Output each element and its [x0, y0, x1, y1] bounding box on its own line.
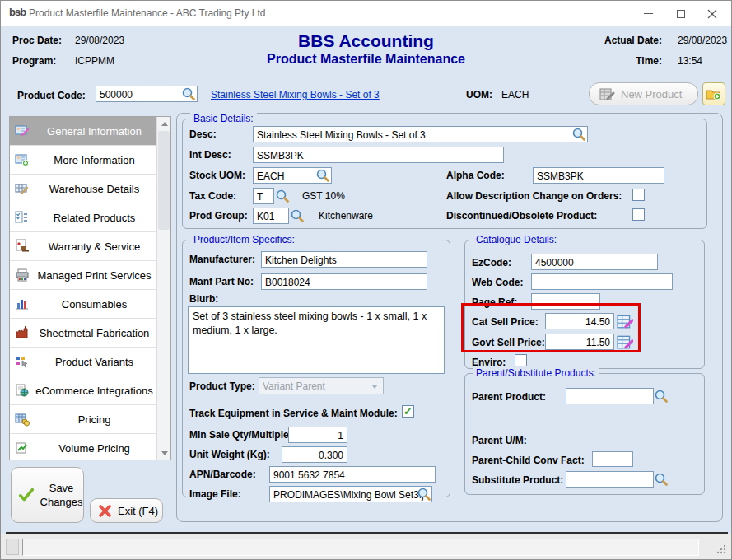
sidebar-item-managed-print-services[interactable]: Managed Print Services — [10, 261, 157, 290]
minimize-icon — [644, 13, 653, 14]
discontinued-label: Discontinued/Obsolete Product: — [446, 210, 597, 222]
min-sale-input[interactable]: 1 — [288, 427, 347, 443]
app-window: bsb Product Masterfile Maintenance - ABC… — [0, 0, 732, 560]
cat-sell-edit-icon[interactable] — [617, 313, 633, 329]
manufacturer-label: Manufacturer: — [189, 254, 255, 265]
enviro-checkbox[interactable] — [515, 354, 527, 366]
unit-weight-input[interactable]: 0.300 — [282, 446, 347, 463]
open-folder-button[interactable] — [702, 82, 725, 105]
product-description-link[interactable]: Stainless Steel Mixing Bowls - Set of 3 — [211, 89, 380, 100]
managed-print-icon — [10, 268, 35, 282]
chevron-up-icon — [161, 122, 168, 126]
sidebar-item-label: eCommerce Integrations — [35, 385, 154, 397]
sidebar-item-pricing[interactable]: Pricing — [10, 405, 157, 434]
sidebar-item-volume-pricing[interactable]: Volume Pricing — [10, 434, 157, 460]
cat-sell-price-input[interactable]: 14.50 — [545, 313, 614, 329]
sidebar-scrollbar[interactable] — [156, 117, 170, 460]
warehouse-details-icon — [10, 181, 35, 196]
manf-part-input[interactable]: B0018024 — [261, 273, 427, 290]
parent-um-label: Parent U/M: — [472, 435, 527, 446]
govt-sell-edit-icon[interactable] — [617, 334, 633, 350]
maximize-button[interactable] — [669, 1, 693, 26]
desc-input[interactable]: Stainless Steel Mixing Bowls - Set of 3 — [253, 126, 588, 142]
scroll-up-button[interactable] — [157, 117, 171, 130]
exit-button[interactable]: Exit (F4) — [90, 498, 163, 523]
product-code-search-icon[interactable] — [181, 86, 196, 101]
track-equipment-checkbox[interactable]: ✓ — [402, 405, 414, 418]
cat-sell-price-label: Cat Sell Price: — [472, 316, 539, 328]
sidebar-item-more-information[interactable]: More Information — [10, 146, 157, 175]
enviro-label: Enviro: — [472, 357, 506, 368]
close-button[interactable] — [700, 1, 725, 26]
blurb-textarea[interactable]: Set of 3 stainless steel mixing bowls - … — [188, 306, 445, 374]
catalogue-details-groupbox: Catalogue Details: EzCode: 4500000 Web C… — [464, 240, 705, 369]
substitute-product-label: Substitute Product: — [472, 474, 563, 486]
sidebar-item-sheetmetal-fabrication[interactable]: Sheetmetal Fabrication — [10, 319, 157, 348]
sidebar-item-related-products[interactable]: Related Products — [10, 203, 157, 232]
apn-barcode-input[interactable]: 9001 5632 7854 — [269, 466, 436, 483]
ecommerce-integrations-icon — [10, 383, 35, 398]
parent-product-search-icon[interactable] — [654, 389, 669, 404]
more-information-icon — [10, 152, 35, 167]
int-desc-input[interactable]: SSMB3PK — [253, 147, 504, 163]
ezcode-input[interactable]: 4500000 — [531, 254, 658, 270]
sidebar-item-consumables[interactable]: Consumables — [10, 290, 157, 319]
manufacturer-input[interactable]: Kitchen Delights — [261, 251, 427, 268]
substitute-product-search-icon[interactable] — [654, 472, 669, 487]
sidebar-item-warranty-service[interactable]: Warranty & Service — [10, 232, 157, 261]
sidebar-item-label: Related Products — [35, 212, 154, 224]
substitute-product-input[interactable] — [566, 471, 654, 488]
conv-fact-input[interactable] — [592, 451, 633, 467]
image-file-search-icon[interactable] — [417, 487, 431, 502]
allow-desc-change-label: Allow Description Change on Orders: — [446, 190, 622, 202]
sidebar-item-label: Warranty & Service — [35, 240, 154, 253]
tax-code-input[interactable]: T — [253, 188, 274, 204]
close-icon — [707, 9, 717, 19]
product-code-label: Product Code: — [17, 90, 86, 101]
sheetmetal-fabrication-icon — [10, 325, 35, 340]
parent-substitute-groupbox: Parent/Substitute Products: Parent Produ… — [464, 373, 705, 495]
sidebar-item-label: Volume Pricing — [35, 442, 154, 455]
stock-uom-search-icon[interactable] — [315, 168, 330, 183]
window-title: Product Masterfile Maintenance - ABC Tra… — [29, 1, 265, 26]
prod-group-label: Prod Group: — [189, 210, 248, 222]
tax-code-search-icon[interactable] — [275, 189, 290, 203]
govt-sell-price-label: Govt Sell Price: — [472, 337, 545, 348]
page-ref-input[interactable] — [531, 293, 600, 310]
new-product-button[interactable]: New Product — [589, 82, 698, 105]
prod-group-input[interactable]: K01 — [253, 208, 289, 224]
tax-code-desc: GST 10% — [302, 190, 345, 202]
exit-label: Exit (F4) — [118, 505, 158, 517]
minimize-button[interactable] — [636, 1, 660, 26]
sidebar-item-label: Consumables — [35, 298, 154, 310]
save-changes-button[interactable]: Save Changes — [11, 467, 84, 523]
resize-grip[interactable] — [716, 544, 727, 555]
page-ref-label: Page Ref: — [472, 296, 517, 308]
sidebar-nav: General Information More Information War… — [9, 116, 171, 460]
web-code-input[interactable] — [531, 273, 673, 290]
blurb-label: Blurb: — [189, 293, 218, 305]
sidebar-item-ecommerce-integrations[interactable]: eCommerce Integrations — [10, 376, 157, 405]
uom-label: UOM: — [466, 89, 492, 100]
desc-search-icon[interactable] — [571, 127, 586, 142]
sidebar-item-label: Warehouse Details — [35, 183, 154, 195]
actual-date-value: 29/08/2023 — [678, 35, 727, 46]
sidebar-item-product-variants[interactable]: Product Variants — [10, 348, 157, 376]
scroll-down-button[interactable] — [157, 446, 171, 460]
discontinued-checkbox[interactable] — [632, 208, 645, 221]
image-file-input[interactable]: PRODIMAGES\Mixing Bowl Set3.j — [269, 486, 432, 502]
sidebar-item-general-information[interactable]: General Information — [10, 117, 157, 146]
allow-desc-change-checkbox[interactable] — [632, 189, 645, 201]
sidebar-item-warehouse-details[interactable]: Warehouse Details — [10, 175, 157, 203]
stock-uom-label: Stock UOM: — [189, 170, 245, 181]
product-type-label: Product Type: — [189, 380, 255, 392]
folder-add-icon — [706, 86, 722, 101]
govt-sell-price-input[interactable]: 11.50 — [545, 334, 614, 350]
scrollbar-thumb[interactable] — [158, 131, 170, 230]
prod-group-search-icon[interactable] — [290, 208, 305, 223]
min-sale-label: Min Sale Qty/Multiple: — [189, 429, 292, 441]
parent-product-input[interactable] — [566, 388, 654, 404]
alpha-code-input[interactable]: SSMB3PK — [533, 167, 664, 184]
app-logo-icon: bsb — [9, 6, 26, 18]
product-type-select[interactable]: Variant Parent — [259, 377, 384, 394]
